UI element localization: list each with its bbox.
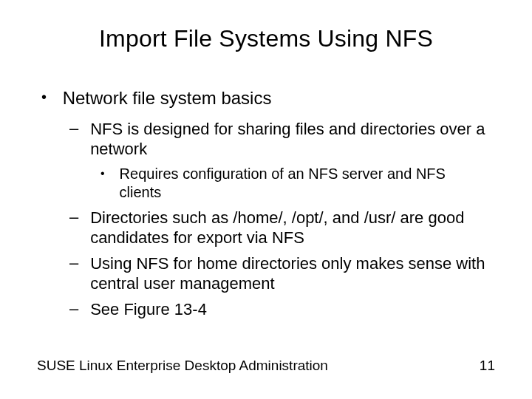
bullet-list: • Network file system basics – NFS is de… xyxy=(37,88,495,319)
slide: Import File Systems Using NFS • Network … xyxy=(0,0,532,399)
bullet-dash-icon: – xyxy=(69,299,86,318)
bullet-text: See Figure 13-4 xyxy=(90,299,489,319)
bullet-dot-icon: • xyxy=(100,165,115,183)
bullet-text: Network file system basics xyxy=(63,88,477,109)
bullet-text: NFS is designed for sharing files and di… xyxy=(90,119,489,159)
bullet-dash-icon: – xyxy=(69,253,86,273)
bullet-level2: – Directories such as /home/, /opt/, and… xyxy=(69,208,495,248)
slide-title: Import File Systems Using NFS xyxy=(37,25,495,52)
bullet-dot-icon: • xyxy=(41,88,58,106)
page-number: 11 xyxy=(480,358,495,374)
bullet-level3: • Requires configuration of an NFS serve… xyxy=(100,165,495,202)
slide-footer: SUSE Linux Enterprise Desktop Administra… xyxy=(37,358,495,374)
bullet-level2: – See Figure 13-4 xyxy=(69,299,495,319)
bullet-dash-icon: – xyxy=(69,208,86,227)
bullet-text: Requires configuration of an NFS server … xyxy=(120,165,489,202)
bullet-level1: • Network file system basics xyxy=(41,88,495,109)
footer-left: SUSE Linux Enterprise Desktop Administra… xyxy=(37,358,328,374)
bullet-dash-icon: – xyxy=(69,119,86,138)
bullet-text: Using NFS for home directories only make… xyxy=(90,253,489,293)
bullet-level2: – Using NFS for home directories only ma… xyxy=(69,253,495,293)
bullet-text: Directories such as /home/, /opt/, and /… xyxy=(90,208,489,248)
bullet-level2: – NFS is designed for sharing files and … xyxy=(69,119,495,159)
